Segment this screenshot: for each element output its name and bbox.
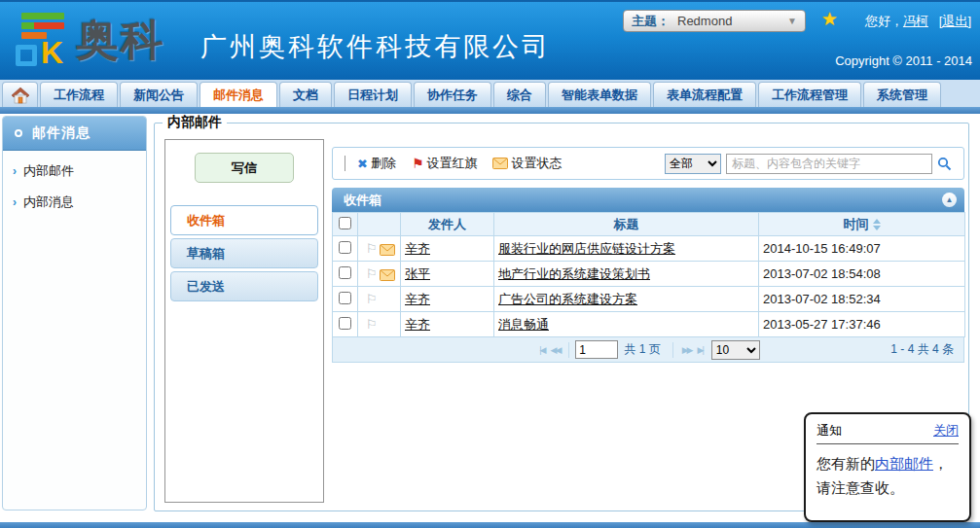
notification-popup: 通知 关闭 您有新的内部邮件， 请注意查收。 — [804, 412, 971, 522]
select-all-checkbox[interactable] — [339, 217, 351, 229]
prev-page-icon[interactable]: ◀◀ — [550, 345, 560, 355]
home-button[interactable] — [2, 82, 38, 107]
sender-link[interactable]: 辛齐 — [405, 292, 430, 306]
mail-table-body: ⚐辛齐服装行业的网店供应链设计方案2014-10-15 16:49:07⚐张平地… — [333, 236, 965, 337]
mail-row: ⚐张平地产行业的系统建设策划书2013-07-02 18:54:08 — [333, 262, 965, 287]
red-flag-icon: ⚑ — [412, 156, 424, 171]
delete-button[interactable]: ✖ 删除 — [357, 155, 396, 172]
sort-icon — [873, 219, 881, 230]
chevron-right-icon: › — [13, 195, 17, 209]
mail-area: ✖ 删除 ⚑ 设置红旗 设置状态 全部 — [332, 147, 964, 363]
app-header: K 奥科 广州奥科软件科技有限公司 主题： Redmond ▼ ★ 您好，冯柯 … — [0, 0, 980, 80]
time-column-header[interactable]: 时间 — [759, 213, 965, 236]
nav-tab-3[interactable]: 文档 — [279, 82, 332, 107]
filter-select[interactable]: 全部 — [665, 154, 721, 174]
sidebar: 邮件消息 ›内部邮件›内部消息 — [2, 116, 147, 510]
title-link[interactable]: 广告公司的系统建设方案 — [498, 292, 637, 306]
icons-column-header — [358, 213, 401, 236]
theme-select[interactable]: 主题： Redmond ▼ — [623, 10, 806, 32]
nav-tab-0[interactable]: 工作流程 — [40, 82, 118, 107]
nav-tab-8[interactable]: 表单流程配置 — [653, 82, 756, 107]
copyright-text: Copyright © 2011 - 2014 — [835, 53, 972, 68]
pagination-bar: |◀ ◀◀ 共 1 页 ▶▶ ▶| 10 1 - 4 共 4 条 — [332, 337, 964, 363]
flag-icon[interactable]: ⚐ — [366, 292, 378, 306]
inbox-panel: 收件箱 ▲ 发件人 标题 时间 ⚐辛齐服装行业的网店供应链设计方案2014-10… — [332, 188, 964, 363]
set-flag-button[interactable]: ⚑ 设置红旗 — [412, 155, 478, 172]
theme-value: Redmond — [677, 14, 787, 28]
nav-tab-7[interactable]: 智能表单数据 — [548, 82, 651, 107]
folder-list: 收件箱草稿箱已发送 — [165, 205, 323, 301]
flag-icon[interactable]: ⚐ — [366, 317, 378, 332]
sidebar-item-0[interactable]: ›内部邮件 — [3, 151, 146, 182]
set-status-button[interactable]: 设置状态 — [492, 155, 562, 172]
logout-link[interactable]: [退出] — [939, 14, 971, 28]
sender-column-header[interactable]: 发件人 — [401, 213, 494, 236]
sender-link[interactable]: 张平 — [405, 266, 430, 281]
search-input[interactable] — [726, 154, 932, 174]
sender-link[interactable]: 辛齐 — [405, 241, 430, 256]
page-count-label: 共 1 页 — [624, 341, 660, 358]
chevron-right-icon: › — [13, 164, 17, 178]
nav-tab-5[interactable]: 协作任务 — [414, 82, 491, 107]
username-link[interactable]: 冯柯 — [903, 14, 928, 28]
envelope-icon — [380, 244, 395, 256]
compose-button[interactable]: 写信 — [195, 153, 294, 183]
logo: K 奥科 — [10, 8, 165, 72]
collapse-icon[interactable]: ▲ — [942, 193, 957, 207]
new-mail-link[interactable]: 内部邮件 — [875, 455, 933, 472]
page-size-select[interactable]: 10 — [711, 340, 760, 360]
inbox-panel-title: 收件箱 — [344, 192, 381, 209]
nav-tab-1[interactable]: 新闻公告 — [120, 82, 198, 107]
sidebar-item-1[interactable]: ›内部消息 — [3, 182, 146, 213]
search-button[interactable] — [932, 153, 956, 174]
folder-2[interactable]: 已发送 — [170, 271, 318, 301]
title-column-header[interactable]: 标题 — [494, 213, 759, 236]
mail-table: 发件人 标题 时间 ⚐辛齐服装行业的网店供应链设计方案2014-10-15 16… — [332, 212, 965, 337]
chevron-down-icon: ▼ — [787, 16, 797, 26]
row-checkbox[interactable] — [339, 317, 351, 330]
mail-time: 2013-07-02 18:52:34 — [759, 287, 965, 312]
last-page-icon[interactable]: ▶| — [698, 345, 703, 355]
flag-icon[interactable]: ⚐ — [366, 266, 378, 281]
nav-tab-10[interactable]: 系统管理 — [863, 82, 941, 107]
sidebar-header: 邮件消息 — [3, 117, 146, 151]
row-checkbox[interactable] — [339, 266, 351, 279]
page-title: 内部邮件 — [163, 114, 227, 131]
nav-tab-4[interactable]: 日程计划 — [334, 82, 412, 107]
logo-mark-icon: K — [10, 8, 70, 72]
title-link[interactable]: 地产行业的系统建设策划书 — [498, 266, 650, 281]
first-page-icon[interactable]: |◀ — [539, 345, 544, 355]
mail-toolbar: ✖ 删除 ⚑ 设置红旗 设置状态 全部 — [332, 147, 964, 180]
title-link[interactable]: 服装行业的网店供应链设计方案 — [498, 241, 675, 256]
mail-time: 2014-10-15 16:49:07 — [759, 236, 965, 262]
nav-strip — [0, 107, 980, 114]
inbox-panel-header: 收件箱 ▲ — [332, 188, 964, 212]
page-number-input[interactable] — [575, 340, 618, 359]
home-icon — [11, 87, 30, 104]
sidebar-title: 邮件消息 — [32, 124, 91, 142]
row-checkbox[interactable] — [339, 241, 351, 254]
flag-icon[interactable]: ⚐ — [366, 241, 378, 256]
sender-link[interactable]: 辛齐 — [405, 317, 430, 332]
toolbar-separator — [345, 156, 345, 171]
notification-close-link[interactable]: 关闭 — [933, 422, 959, 440]
record-range-label: 1 - 4 共 4 条 — [890, 341, 954, 358]
company-title: 广州奥科软件科技有限公司 — [200, 29, 551, 64]
folder-0[interactable]: 收件箱 — [170, 205, 318, 235]
row-checkbox[interactable] — [339, 292, 351, 304]
nav-tab-6[interactable]: 综合 — [493, 82, 546, 107]
mail-row: ⚐辛齐服装行业的网店供应链设计方案2014-10-15 16:49:07 — [333, 236, 965, 262]
folder-1[interactable]: 草稿箱 — [170, 238, 318, 268]
circle-bullet-icon — [15, 129, 22, 137]
mail-row: ⚐辛齐广告公司的系统建设方案2013-07-02 18:52:34 — [333, 287, 965, 312]
notification-title: 通知 — [817, 422, 842, 440]
logo-text: 奥科 — [76, 12, 165, 69]
title-link[interactable]: 消息畅通 — [498, 317, 549, 332]
notification-body: 您有新的内部邮件， 请注意查收。 — [817, 452, 959, 501]
favorite-star-icon[interactable]: ★ — [821, 8, 838, 30]
nav-tab-2[interactable]: 邮件消息 — [200, 82, 277, 107]
delete-x-icon: ✖ — [357, 157, 368, 171]
nav-tabs: 工作流程新闻公告邮件消息文档日程计划协作任务综合智能表单数据表单流程配置工作流程… — [40, 82, 943, 107]
next-page-icon[interactable]: ▶▶ — [682, 345, 692, 355]
nav-tab-9[interactable]: 工作流程管理 — [758, 82, 861, 107]
